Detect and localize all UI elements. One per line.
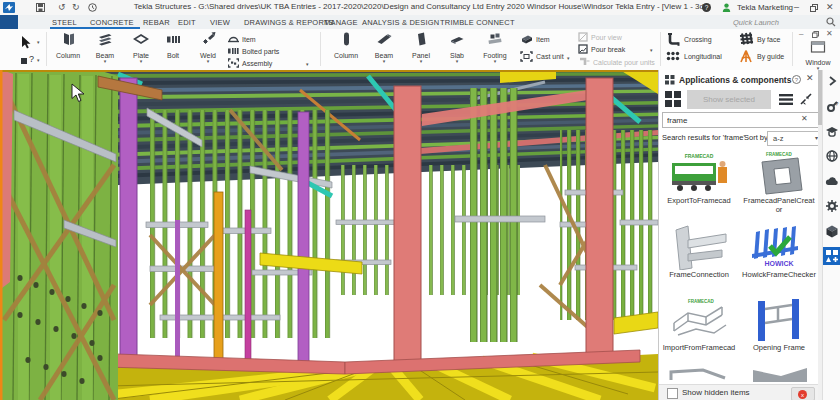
graduation-cap-icon[interactable] — [825, 124, 839, 138]
rebar-by-guide-button[interactable]: By guide — [738, 50, 784, 62]
collapse-panel-icon[interactable] — [799, 92, 813, 106]
component-card[interactable]: FRAMECAD FramecadPanelCreator — [740, 149, 818, 214]
search-icon[interactable] — [826, 17, 836, 27]
assembly-caret[interactable]: ▾ — [306, 61, 309, 67]
steel-item-button[interactable]: Item — [228, 33, 256, 45]
tab-drawings-reports[interactable]: DRAWINGS & REPORTS — [244, 18, 334, 27]
component-card-partial[interactable] — [669, 366, 729, 386]
chevron-right-icon[interactable] — [825, 74, 839, 88]
component-label: ImportFromFramecad — [660, 344, 738, 353]
concrete-panel-button[interactable]: Panel▾ — [403, 31, 439, 63]
steel-weld-button[interactable]: Weld▾ — [190, 31, 226, 63]
rebar-crossing-button[interactable]: Crossing — [666, 33, 712, 45]
model-viewport-3d[interactable] — [0, 70, 658, 400]
rebar-by-face-button[interactable]: By face — [738, 33, 780, 45]
title-bar: ↺ ↻ Tekla Structures - G:\Shared drives\… — [0, 0, 840, 16]
tab-rebar[interactable]: REBAR — [143, 18, 170, 27]
close-button[interactable]: ✕ — [826, 2, 834, 13]
show-hidden-checkbox[interactable] — [667, 388, 678, 399]
select-dropdown-caret[interactable]: ▾ — [37, 39, 40, 45]
thumbnails-view-button[interactable] — [665, 91, 682, 108]
tab-view[interactable]: VIEW — [210, 18, 230, 27]
component-card[interactable]: FRAMECAD ExportToFramecad — [660, 149, 738, 206]
wrench-icon[interactable]: ? — [825, 99, 839, 113]
steel-column-button[interactable]: Column — [50, 31, 86, 59]
help-icon[interactable]: ? — [702, 3, 711, 12]
steel-assembly-button[interactable]: Assembly — [228, 57, 272, 69]
steel-beam-icon — [97, 31, 113, 47]
warning-button[interactable]: x — [791, 387, 815, 400]
restore-button[interactable] — [810, 4, 818, 12]
component-card[interactable]: FRAMECAD ImportFromFramecad — [660, 296, 738, 353]
panel-grid-icon — [665, 75, 675, 85]
tab-trimble-connect[interactable]: TRIMBLE CONNECT — [440, 18, 515, 27]
clear-search-icon[interactable]: ✕ — [801, 114, 808, 123]
window-button[interactable]: Window▾ — [800, 40, 836, 70]
component-card[interactable]: HOWICK HowickFrameChecker — [740, 223, 818, 280]
list-view-icon[interactable] — [779, 93, 793, 106]
quick-launch-label[interactable]: Quick Launch — [733, 18, 779, 27]
gear-icon[interactable] — [825, 199, 839, 213]
frame-connection-thumbnail — [668, 224, 730, 270]
window-icon — [810, 40, 826, 54]
component-card-partial[interactable] — [751, 366, 811, 386]
minimize-button[interactable]: – — [794, 2, 799, 13]
sort-order-dropdown[interactable]: a-z▾ — [767, 131, 822, 146]
panel-help-icon[interactable]: ? — [792, 75, 801, 84]
concrete-item-button[interactable]: Item — [520, 33, 550, 45]
pour-break-button[interactable]: Pour break — [578, 43, 625, 55]
panel-bottom-bar: Show hidden items x — [659, 384, 819, 400]
component-label: FramecadPanelCreator — [740, 197, 818, 214]
model-scene — [0, 70, 658, 400]
select-filter-caret[interactable]: ▾ — [37, 57, 40, 63]
svg-text:HOWICK: HOWICK — [764, 260, 793, 267]
applications-components-panel: Applications & components ? ✕ Show selec… — [658, 70, 819, 400]
pour-break-icon — [578, 44, 588, 54]
view-minimize-button[interactable]: – — [799, 29, 803, 38]
framecad-panel-creator-thumbnail: FRAMECAD — [748, 150, 810, 196]
tab-steel[interactable]: STEEL — [52, 18, 77, 27]
concrete-footing-icon — [487, 31, 503, 47]
steel-plate-button[interactable]: Plate▾ — [123, 31, 159, 63]
concrete-cast-unit-button[interactable]: Cast unit — [520, 50, 564, 62]
component-card[interactable]: Opening Frame — [740, 296, 818, 353]
view-close-button[interactable]: ✕ — [826, 29, 833, 38]
by-face-icon — [738, 32, 754, 46]
concrete-column-icon — [338, 31, 354, 47]
panel-title: Applications & components — [679, 75, 791, 85]
steel-beam-button[interactable]: Beam▾ — [87, 31, 123, 63]
select-cursor-tool[interactable] — [21, 36, 35, 50]
select-filter-tool[interactable]: ? — [21, 54, 35, 66]
globe-icon[interactable] — [825, 149, 839, 163]
svg-text:FRAMECAD: FRAMECAD — [685, 153, 714, 159]
svg-text:?: ? — [29, 54, 34, 64]
tab-analysis-design[interactable]: ANALYSIS & DESIGN — [362, 18, 439, 27]
component-label: Opening Frame — [740, 344, 818, 353]
user-name: Tekla Marketing — [737, 3, 793, 12]
window-title: Tekla Structures - G:\Shared drives\UK T… — [0, 2, 840, 11]
concrete-footing-button[interactable]: Footing▾ — [477, 31, 513, 63]
tab-manage[interactable]: MANAGE — [324, 18, 358, 27]
panel-close-icon[interactable]: ✕ — [806, 73, 814, 83]
cube-icon[interactable] — [825, 224, 839, 238]
rebar-longitudinal-button[interactable]: Longitudinal — [666, 50, 722, 62]
calculate-pour-units-disabled: Calculate pour units — [578, 56, 655, 68]
by-guide-icon — [738, 49, 754, 63]
tab-edit[interactable]: EDIT — [178, 18, 196, 27]
component-card[interactable]: FrameConnection — [660, 223, 738, 280]
steel-bolted-parts-button[interactable]: Bolted parts — [228, 45, 279, 57]
concrete-beam-button[interactable]: Beam▾ — [366, 31, 402, 63]
concrete-slab-button[interactable]: Slab▾ — [439, 31, 475, 63]
user-icon[interactable] — [722, 3, 731, 12]
concrete-item-icon — [520, 34, 533, 45]
concrete-column-button[interactable]: Column — [328, 31, 364, 59]
pour-break-caret[interactable]: ▾ — [650, 47, 653, 53]
view-restore-button[interactable] — [812, 31, 819, 38]
tab-concrete[interactable]: CONCRETE — [90, 18, 134, 27]
steel-bolt-button[interactable]: Bolt — [155, 31, 191, 59]
applications-components-toggle[interactable] — [823, 247, 840, 265]
cast-unit-caret[interactable]: ▾ — [567, 55, 570, 61]
svg-text:?: ? — [795, 77, 799, 83]
cloud-icon[interactable] — [825, 174, 839, 188]
item-icon — [228, 34, 239, 44]
